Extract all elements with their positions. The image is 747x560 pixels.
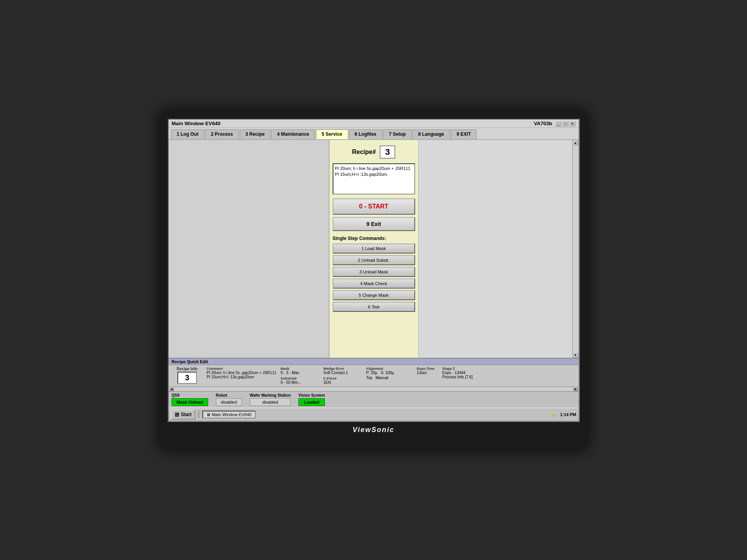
- scroll-track: [573, 145, 579, 352]
- single-step-label: Single Step Commands:: [333, 236, 415, 241]
- right-panel: [419, 140, 573, 358]
- right-scrollbar: ▲ ▼: [572, 140, 579, 358]
- step-mask-check[interactable]: 4 Mask Check: [333, 278, 415, 289]
- taskbar-left: ⊞ Start 🖥 Main Window EV640: [171, 410, 256, 420]
- tab-recipe[interactable]: 3 Recipe: [240, 130, 270, 139]
- expo-time-label: Expo-Time: [417, 367, 435, 371]
- comment-value: PI 20um; h i line 5s. gap20um + JSR111 P…: [207, 371, 277, 379]
- qs9-label: QS9: [172, 393, 208, 397]
- recipe-info-value: 3: [177, 372, 197, 384]
- recipe-label: Recipe#: [352, 149, 376, 156]
- left-panel: [168, 140, 329, 358]
- taskbar-right: 🔋 1:14 PM: [551, 412, 576, 417]
- tab-setup[interactable]: 7 Setup: [383, 130, 412, 139]
- vision-group: Vision System Loaded: [298, 393, 325, 406]
- step-change-mask[interactable]: 5 Change Mask: [333, 290, 415, 300]
- alignment-label: Alignment: [366, 367, 413, 371]
- tab-maintenance[interactable]: 4 Maintenance: [271, 130, 315, 139]
- step-test[interactable]: 6 Test: [333, 302, 415, 312]
- window-controls: _ □ ✕: [555, 121, 575, 126]
- tab-bar: 1 Log Out 2 Process 3 Recipe 4 Maintenan…: [168, 128, 579, 140]
- window-title: Main Window EV640: [172, 121, 221, 126]
- mask-block: Mask 9 - 3 - Man Substrate 9 - 50 Mm...: [281, 367, 319, 385]
- substrate-label: Substrate: [281, 376, 319, 380]
- recipe-description: PI 20um; h i line 5s.gap20um + JSR111 PI…: [333, 163, 415, 194]
- tab-logout[interactable]: 1 Log Out: [171, 130, 204, 139]
- wedge-value: Soft Contact 1: [323, 371, 362, 375]
- comment-block: Comment PI 20um; h i line 5s. gap20um + …: [207, 367, 277, 385]
- windows-icon: ⊞: [175, 411, 179, 418]
- taskbar: ⊞ Start 🖥 Main Window EV640 🔋 1:14 PM: [168, 408, 579, 421]
- exit-button[interactable]: 9 Exit: [333, 217, 415, 231]
- taskbar-icon: 🔋: [551, 412, 556, 417]
- wafer-label: Wafer Marking Station: [250, 393, 291, 397]
- scroll-down-arrow[interactable]: ▼: [573, 352, 578, 358]
- alignment-s: S: 100µ: [381, 371, 394, 375]
- stage-z-label: Stage Z: [442, 367, 473, 371]
- alignment-top: Top: [366, 376, 372, 380]
- stage-z-process: Process Info [7.6]: [442, 375, 473, 379]
- monitor-brand: ViewSonic: [167, 426, 580, 434]
- vision-status: Loaded: [298, 398, 325, 406]
- maximize-button[interactable]: □: [562, 121, 568, 126]
- alignment-manual: Manual: [375, 376, 388, 380]
- taskbar-window[interactable]: 🖥 Main Window EV640: [202, 411, 255, 418]
- minimize-button[interactable]: _: [555, 121, 561, 126]
- vision-label: Vision System: [298, 393, 325, 397]
- quick-edit-header: Recipe Quick Edit: [168, 359, 579, 365]
- tab-language[interactable]: 8 Language: [412, 130, 450, 139]
- robot-status: disabled: [216, 398, 242, 406]
- qs9-status: Mask Unload: [172, 398, 208, 406]
- info-row: Recipe Info 3 Comment PI 20um; h i line …: [168, 365, 579, 387]
- taskbar-window-icon: 🖥: [206, 412, 210, 417]
- start-button-taskbar[interactable]: ⊞ Start: [171, 410, 195, 420]
- expo-time-value: 13sec: [417, 371, 435, 375]
- step-unload-mask[interactable]: 3 Unload Mask: [333, 267, 415, 277]
- comment-label: Comment: [207, 367, 277, 371]
- tab-exit[interactable]: 9 EXIT: [451, 130, 477, 139]
- step-load-mask[interactable]: 1 Load Mask: [333, 243, 415, 254]
- main-area: Recipe# 3 PI 20um; h i line 5s.gap20um +…: [168, 140, 579, 358]
- alignment-block: Alignment P: 20µ S: 100µ Top Manual: [366, 367, 413, 385]
- bottom-panel: Recipe Quick Edit Recipe Info 3 Comment …: [168, 358, 579, 408]
- recipe-number: 3: [380, 145, 395, 159]
- monitor-model: VA703b: [534, 121, 552, 126]
- robot-label: Robot: [216, 393, 242, 397]
- tab-logfiles[interactable]: 6 Logfiles: [349, 130, 382, 139]
- recipe-header: Recipe# 3: [333, 143, 415, 161]
- recipe-info-block: Recipe Info 3: [172, 367, 203, 385]
- step-unload-substr[interactable]: 2 Unload Substr.: [333, 255, 415, 265]
- right-panel-container: ▲ ▼: [419, 140, 579, 358]
- status-bar: QS9 Mask Unload Robot disabled Wafer Mar…: [168, 391, 579, 408]
- recipe-info-label: Recipe Info: [177, 367, 198, 371]
- start-button[interactable]: 0 - START: [333, 198, 415, 215]
- wedge-label: Wedge Error: [323, 367, 362, 371]
- stage-z-expo: Expo - 13444: [442, 371, 473, 375]
- expo-block: Expo-Time 13sec Stage Z Expo - 13444 Pro…: [417, 367, 479, 385]
- taskbar-separator: [198, 411, 199, 418]
- taskbar-window-label: Main Window EV640: [212, 412, 251, 417]
- cforce-label: C-Force: [323, 376, 362, 380]
- center-panel: Recipe# 3 PI 20um; h i line 5s.gap20um +…: [329, 140, 419, 358]
- scroll-right-arrow[interactable]: ►: [573, 387, 578, 391]
- cforce-value: 1EN: [323, 380, 362, 385]
- scroll-up-arrow[interactable]: ▲: [573, 140, 578, 145]
- tab-process[interactable]: 2 Process: [205, 130, 239, 139]
- scroll-left-arrow[interactable]: ◄: [169, 387, 174, 391]
- close-button[interactable]: ✕: [569, 121, 575, 126]
- alignment-p: P: 20µ: [366, 371, 377, 375]
- title-bar: Main Window EV640 VA703b _ □ ✕: [168, 119, 579, 128]
- tab-service[interactable]: 5 Service: [316, 130, 348, 139]
- wafer-status: disabled: [250, 398, 291, 406]
- horizontal-scrollbar: ◄ ►: [168, 387, 579, 391]
- wafer-group: Wafer Marking Station disabled: [250, 393, 291, 406]
- mask-label: Mask: [281, 367, 319, 371]
- start-label: Start: [181, 412, 191, 417]
- scroll-bar-track: [175, 388, 572, 390]
- robot-group: Robot disabled: [216, 393, 242, 406]
- taskbar-time: 1:14 PM: [560, 412, 576, 417]
- wedge-block: Wedge Error Soft Contact 1 C-Force 1EN: [323, 367, 362, 385]
- qs9-group: QS9 Mask Unload: [172, 393, 208, 406]
- mask-value: 9 - 3 - Man: [281, 371, 319, 375]
- substrate-value: 9 - 50 Mm...: [281, 380, 319, 385]
